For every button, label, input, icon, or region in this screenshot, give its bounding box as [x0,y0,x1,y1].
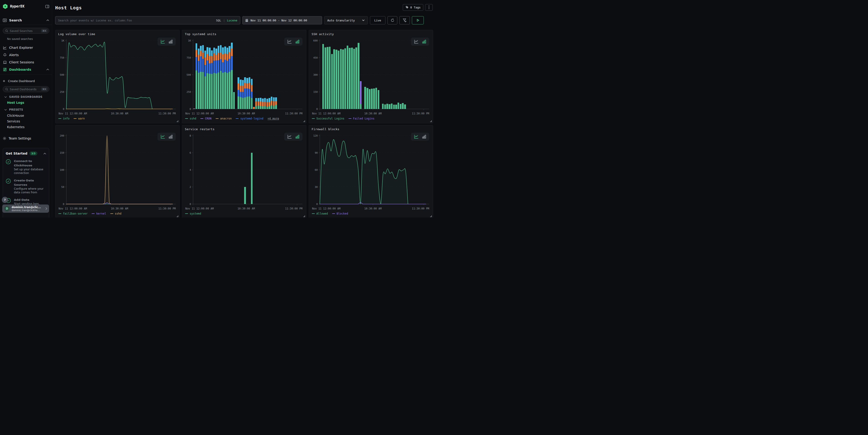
line-chart-toggle-icon[interactable] [414,39,419,44]
resize-handle[interactable] [430,215,432,217]
chart-canvas[interactable]: 0306090120Nov 11 12:00:00 AM10:30:00 AM1… [312,132,430,213]
panel-title: SSH activity [312,32,430,36]
line-chart-toggle-icon[interactable] [414,134,419,139]
search-nav-icon [3,19,7,22]
chart-canvas[interactable]: 02468Nov 11 12:00:00 AM10:30:00 AM11:30:… [185,132,303,213]
svg-text:500: 500 [186,73,191,76]
legend-item-failed-logins[interactable]: Failed Logins [348,117,374,120]
sidebar-item-services[interactable]: Services [7,120,49,123]
sidebar-collapse-icon[interactable] [45,5,49,8]
svg-text:11:30:00 PM: 11:30:00 PM [412,112,429,115]
svg-text:11:30:00 PM: 11:30:00 PM [285,207,303,210]
sidebar-item-team-settings[interactable]: Team Settings [3,136,49,141]
resize-handle[interactable] [430,120,432,122]
chart-canvas[interactable]: 02505007501KNov 11 12:00:00 AM10:30:00 A… [185,37,303,118]
chart-canvas[interactable]: 0150300450600Nov 11 12:00:00 AM10:30:00 … [312,37,430,118]
more-options-button[interactable] [425,4,433,11]
chart-panel-panel-4: 050100150200Nov 11 12:00:00 AM10:30:00 A… [55,125,180,218]
chevron-up-icon[interactable] [46,69,49,70]
panel-title: Top systemd units [185,32,303,36]
legend-item-info[interactable]: info [58,117,69,120]
legend-item-anacron[interactable]: anacron [216,117,232,120]
legend-item-fail2ban-server[interactable]: fail2ban-server [58,212,88,215]
line-chart-toggle-icon[interactable] [160,39,165,44]
sql-mode-toggle[interactable]: SQL [216,19,221,22]
sidebar: HyperDX Search Saved Searches ⌘K No save… [0,0,52,218]
user-menu[interactable]: D dominic.tran@clic... dominic.tran@clic… [2,205,49,213]
chart-canvas[interactable]: 050100150200Nov 11 12:00:00 AM10:30:00 A… [58,132,177,213]
filter-edit-icon [403,19,407,22]
calendar-icon [245,19,248,22]
tags-button[interactable]: 0 Tags [403,4,423,11]
panel-title: Firewall blocks [312,127,430,131]
legend-item-blocked[interactable]: Blocked [332,212,348,215]
chart-legend: infowarn [58,117,85,120]
legend-item-allowed[interactable]: Allowed [312,212,328,215]
presets-section-header[interactable]: PRESETS [3,108,49,111]
svg-text:60: 60 [315,168,318,172]
get-started-item-sources[interactable]: Create Data Sources Configure where your… [6,178,46,194]
sidebar-item-clickhouse[interactable]: ClickHouse [7,114,49,117]
help-button[interactable]: ? [2,197,8,203]
refresh-button[interactable] [388,16,397,24]
legend-swatch [110,213,113,214]
resize-handle[interactable] [177,215,178,217]
chevron-up-icon[interactable] [46,20,49,21]
bar-chart-toggle-icon[interactable] [422,134,426,139]
legend-item-4-more[interactable]: +4 more [268,117,279,120]
sidebar-item-client-sessions[interactable]: Client Sessions [3,60,49,65]
legend-item-sshd[interactable]: sshd [110,212,122,215]
create-dashboard-button[interactable]: Create Dashboard [3,79,49,83]
legend-item-cron[interactable]: CRON [200,117,212,120]
avatar: D [4,206,10,212]
chart-canvas[interactable]: 02505007501KNov 11 12:00:00 AM10:30:00 A… [58,37,177,118]
legend-item-systemd[interactable]: systemd [185,212,201,215]
line-chart-toggle-icon[interactable] [160,134,165,139]
bar-chart-toggle-icon[interactable] [168,39,173,44]
svg-text:30: 30 [315,186,318,189]
saved-dashboards-section-header[interactable]: SAVED DASHBOARDS [3,95,49,98]
bar-chart-toggle-icon[interactable] [422,39,426,44]
legend-label: systemd [190,212,201,215]
bar-chart-toggle-icon[interactable] [295,39,300,44]
resize-handle[interactable] [303,120,305,122]
filter-button[interactable] [399,16,410,24]
chart-type-toggle [411,133,429,141]
sidebar-item-chart-explorer[interactable]: Chart Explorer [3,45,49,51]
search-input[interactable] [58,19,216,22]
saved-searches-input[interactable]: Saved Searches ⌘K [3,28,49,34]
resize-handle[interactable] [303,215,305,217]
resize-handle[interactable] [177,120,178,122]
legend-item-kernel[interactable]: kernel [92,212,106,215]
sidebar-item-dashboards[interactable]: Dashboards [3,67,49,72]
legend-label: sshd [190,117,196,120]
run-query-button[interactable] [412,16,424,24]
chevron-up-icon[interactable] [43,151,46,155]
sidebar-item-alerts[interactable]: Alerts [3,52,49,58]
sidebar-item-label: Search [9,19,46,22]
sidebar-item-search[interactable]: Search [3,18,49,22]
legend-item-warn[interactable]: warn [73,117,85,120]
svg-text:1K: 1K [61,39,64,42]
bar-chart-toggle-icon[interactable] [295,134,300,139]
get-started-item-connect[interactable]: Connect to ClickHouse Set up your databa… [6,159,46,175]
live-button[interactable]: Live [370,16,385,24]
saved-dashboards-input[interactable]: Saved Dashboards ⌘K [3,86,49,92]
lucene-mode-toggle[interactable]: Lucene [227,19,237,22]
granularity-select[interactable]: Auto Granularity [324,16,368,24]
chart-legend: AllowedBlocked [312,212,348,215]
bar-chart-toggle-icon[interactable] [168,134,173,139]
sidebar-item-host-logs[interactable]: Host Logs [7,101,49,105]
legend-item-sshd[interactable]: sshd [185,117,196,120]
svg-text:120: 120 [313,134,318,137]
line-chart-toggle-icon[interactable] [287,39,292,44]
legend-item-successful-logins[interactable]: Successful Logins [312,117,344,120]
line-chart-toggle-icon[interactable] [287,134,292,139]
date-range-picker[interactable]: Nov 11 00:00:00 - Nov 12 00:00:00 [242,16,322,24]
legend-label: info [63,117,69,120]
kebab-icon [429,5,429,9]
chevron-down-icon [4,108,7,111]
legend-more-label[interactable]: +4 more [268,117,279,120]
sidebar-item-kubernetes[interactable]: Kubernetes [7,125,49,129]
legend-item-systemd-logind[interactable]: systemd-logind [236,117,263,120]
